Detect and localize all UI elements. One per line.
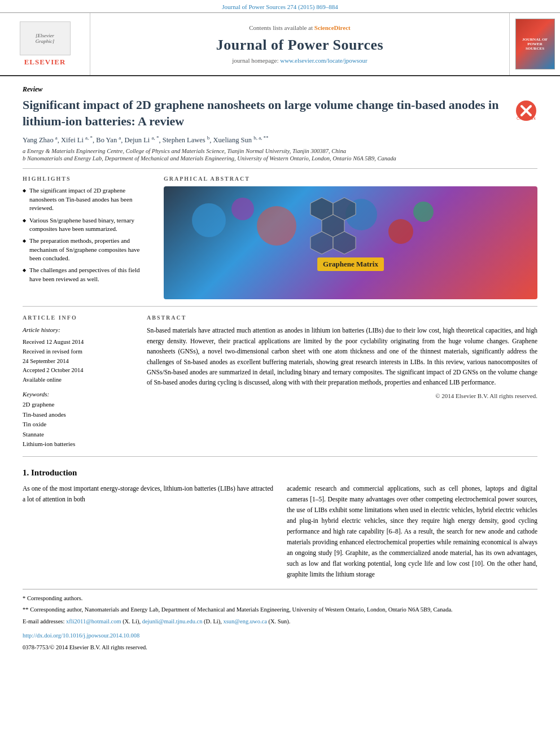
highlight-item-4: The challenges and perspectives of this … [23, 266, 152, 283]
email-1-link[interactable]: xfli2011@hotmail.com [66, 618, 121, 624]
available-online: Available online [23, 375, 135, 385]
svg-point-6 [257, 206, 296, 246]
highlights-label: HIGHLIGHTS [23, 176, 152, 182]
keyword-4: Stannate [23, 430, 135, 440]
email-3-name: (X. Sun). [268, 618, 290, 624]
svg-point-4 [192, 203, 226, 237]
svg-point-9 [413, 202, 434, 222]
intro-right-column: academic research and commercial applica… [287, 483, 537, 580]
highlight-item-1: The significant impact of 2D graphene na… [23, 186, 152, 212]
article-type-label: Review [23, 85, 537, 94]
highlights-graphical-section: HIGHLIGHTS The significant impact of 2D … [23, 176, 537, 299]
email-1-name: (X. Li), [123, 618, 141, 624]
section-title: Introduction [31, 468, 77, 477]
copyright-line: © 2014 Elsevier B.V. All rights reserved… [147, 392, 537, 399]
history-label: Article history: [23, 325, 135, 335]
svg-text:CrossMark: CrossMark [517, 116, 536, 120]
highlights-column: HIGHLIGHTS The significant impact of 2D … [23, 176, 152, 299]
abstract-text: Sn-based materials have attracted much a… [147, 325, 537, 387]
affiliation-b: b Nanomaterials and Energy Lab, Departme… [23, 155, 537, 161]
footnotes-section: * Corresponding authors. ** Correspondin… [23, 589, 537, 653]
doi-line[interactable]: http://dx.doi.org/10.1016/j.jpowsour.201… [23, 631, 537, 641]
crossmark-icon: CrossMark [515, 99, 537, 122]
journal-thumbnail-section: JOURNAL OF POWER SOURCES [509, 13, 560, 75]
contents-label: Contents lists available at [249, 24, 313, 31]
sciencedirect-link[interactable]: ScienceDirect [314, 24, 351, 31]
authors-line: Yang Zhao a, Xifei Li a, *, Bo Yan a, De… [23, 135, 537, 145]
keywords-label: Keywords: [23, 391, 135, 397]
paper-title: Significant impact of 2D graphene nanosh… [23, 97, 508, 129]
revised-date: 24 September 2014 [23, 357, 135, 366]
footnote-double-star: ** Corresponding author, Nanomaterials a… [23, 605, 537, 615]
introduction-heading: 1. Introduction [23, 468, 537, 478]
elsevier-wordmark: ELSEVIER [24, 58, 66, 67]
footnote-emails: E-mail addresses: xfli2011@hotmail.com (… [23, 617, 537, 627]
email-2-name: (D. Li), [204, 618, 222, 624]
email-2-link[interactable]: dejunli@mail.tjnu.edu.cn [142, 618, 203, 624]
article-history: Article history: Received 12 August 2014… [23, 325, 135, 385]
intro-left-column: As one of the most important energy-stor… [23, 483, 273, 580]
section-number: 1. [23, 468, 29, 477]
footnote-star: * Corresponding authors. [23, 594, 537, 604]
journal-header: [ElsevierGraphic] ELSEVIER Contents list… [0, 13, 560, 76]
title-row: Significant impact of 2D graphene nanosh… [23, 97, 537, 129]
intro-right-text: academic research and commercial applica… [287, 485, 537, 578]
homepage-url[interactable]: www.elsevier.com/locate/jpowsour [280, 57, 367, 64]
graphical-abstract-image: Graphene Matrix [164, 186, 537, 299]
divider-3 [23, 456, 537, 457]
journal-homepage: journal homepage: www.elsevier.com/locat… [232, 57, 367, 64]
graphene-matrix-label: Graphene Matrix [317, 257, 384, 271]
highlight-item-2: Various Sn/graphene based binary, ternar… [23, 216, 152, 234]
graphical-abstract-column: GRAPHICAL ABSTRACT Graphen [164, 176, 537, 299]
article-info-label: ARTICLE INFO [23, 314, 135, 321]
keyword-5: Lithium-ion batteries [23, 439, 135, 449]
keyword-2: Tin-based anodes [23, 410, 135, 420]
introduction-section: 1. Introduction As one of the most impor… [23, 468, 537, 580]
affiliations: a Energy & Materials Engineering Centre,… [23, 148, 537, 161]
elsevier-logo-section: [ElsevierGraphic] ELSEVIER [0, 13, 90, 75]
intro-left-text: As one of the most important energy-stor… [23, 485, 273, 503]
journal-cover-thumbnail: JOURNAL OF POWER SOURCES [515, 19, 555, 69]
journal-title: Journal of Power Sources [216, 37, 383, 54]
article-info-column: ARTICLE INFO Article history: Received 1… [23, 314, 135, 449]
keywords-section: Keywords: 2D graphene Tin-based anodes T… [23, 391, 135, 449]
issn-line: 0378-7753/© 2014 Elsevier B.V. All right… [23, 643, 537, 653]
divider-2 [23, 306, 537, 307]
email-label: E-mail addresses: [23, 618, 64, 624]
email-3-link[interactable]: xsun@eng.uwo.ca [224, 618, 267, 624]
citation-bar: Journal of Power Sources 274 (2015) 869–… [0, 0, 560, 13]
article-info-abstract-section: ARTICLE INFO Article history: Received 1… [23, 314, 537, 449]
main-content: Review Significant impact of 2D graphene… [0, 76, 560, 664]
elsevier-graphic: [ElsevierGraphic] [20, 21, 71, 55]
keyword-1: 2D graphene [23, 400, 135, 410]
abstract-column: ABSTRACT Sn-based materials have attract… [147, 314, 537, 449]
received-date: Received 12 August 2014 [23, 338, 135, 347]
journal-info-center: Contents lists available at ScienceDirec… [90, 13, 509, 75]
homepage-label: journal homepage: [232, 57, 278, 64]
sciencedirect-line: Contents lists available at ScienceDirec… [249, 24, 350, 31]
graphical-abstract-svg [164, 186, 537, 299]
svg-point-5 [231, 198, 254, 220]
keyword-3: Tin oxide [23, 420, 135, 430]
accepted-date: Accepted 2 October 2014 [23, 366, 135, 375]
received-revised-label: Received in revised form [23, 347, 135, 357]
divider-1 [23, 168, 537, 169]
svg-point-8 [388, 219, 413, 244]
graphical-abstract-label: GRAPHICAL ABSTRACT [164, 176, 537, 182]
introduction-body: As one of the most important energy-stor… [23, 483, 537, 580]
affiliation-a: a Energy & Materials Engineering Centre,… [23, 148, 537, 154]
abstract-label: ABSTRACT [147, 314, 537, 321]
highlight-item-3: The preparation methods, properties and … [23, 237, 152, 263]
citation-text: Journal of Power Sources 274 (2015) 869–… [222, 3, 338, 10]
